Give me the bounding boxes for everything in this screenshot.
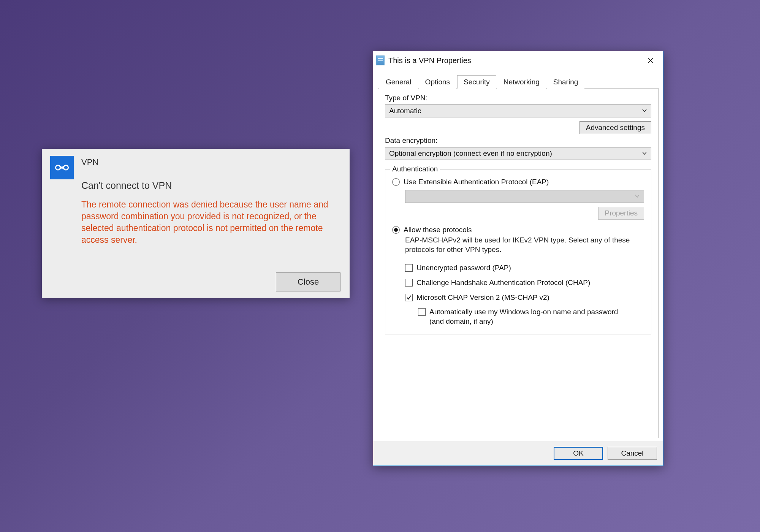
radio-icon [392, 226, 400, 234]
cancel-button[interactable]: Cancel [608, 447, 657, 460]
eap-properties-button: Properties [598, 207, 644, 220]
allow-protocols-hint: EAP-MSCHAPv2 will be used for IKEv2 VPN … [405, 236, 644, 254]
dialog-title-icon [376, 55, 385, 65]
radio-use-eap[interactable]: Use Extensible Authentication Protocol (… [392, 178, 644, 186]
checkbox-chap[interactable]: Challenge Handshake Authentication Proto… [405, 278, 644, 288]
security-tab-panel: Type of VPN: Automatic Advanced settings… [378, 89, 659, 438]
data-encryption-label: Data encryption: [385, 136, 651, 145]
radio-allow-protocols-label: Allow these protocols [404, 226, 472, 234]
checkbox-autologon-label: Automatically use my Windows log-on name… [429, 307, 627, 326]
checkbox-mschap[interactable]: Microsoft CHAP Version 2 (MS-CHAP v2) [405, 293, 644, 302]
checkbox-pap[interactable]: Unencrypted password (PAP) [405, 263, 644, 273]
dialog-footer: OK Cancel [373, 441, 663, 466]
close-button[interactable]: Close [276, 272, 340, 291]
type-of-vpn-value: Automatic [389, 107, 421, 115]
checkbox-icon [405, 279, 413, 287]
ok-button[interactable]: OK [554, 447, 603, 460]
chevron-down-icon [635, 192, 640, 201]
radio-use-eap-label: Use Extensible Authentication Protocol (… [404, 178, 549, 186]
checkbox-autologon[interactable]: Automatically use my Windows log-on name… [418, 307, 644, 326]
tab-options[interactable]: Options [419, 75, 456, 89]
checkbox-icon [405, 264, 413, 272]
vpn-error-toast: VPN Can't connect to VPN The remote conn… [42, 149, 350, 298]
dialog-titlebar[interactable]: This is a VPN Properties [373, 51, 663, 70]
toast-error-text: The remote connection was denied because… [81, 199, 341, 246]
tab-general[interactable]: General [379, 75, 418, 89]
tab-sharing[interactable]: Sharing [547, 75, 585, 89]
type-of-vpn-select[interactable]: Automatic [385, 104, 651, 117]
close-icon [647, 57, 654, 64]
eap-method-select [405, 190, 644, 203]
chevron-down-icon [642, 107, 647, 115]
tab-networking[interactable]: Networking [497, 75, 546, 89]
toast-heading: Can't connect to VPN [81, 180, 341, 191]
authentication-legend: Authentication [390, 165, 440, 173]
authentication-group: Authentication Use Extensible Authentica… [385, 169, 651, 334]
tab-security[interactable]: Security [457, 75, 496, 89]
data-encryption-value: Optional encryption (connect even if no … [389, 149, 552, 158]
checkbox-icon [405, 294, 413, 301]
type-of-vpn-label: Type of VPN: [385, 94, 651, 102]
tabstrip: General Options Security Networking Shar… [378, 73, 659, 89]
radio-icon [392, 178, 400, 186]
dialog-title: This is a VPN Properties [388, 56, 641, 65]
chevron-down-icon [642, 149, 647, 158]
advanced-settings-button[interactable]: Advanced settings [580, 121, 651, 134]
radio-allow-protocols[interactable]: Allow these protocols [392, 226, 644, 234]
vpn-icon [50, 156, 74, 179]
checkbox-mschap-label: Microsoft CHAP Version 2 (MS-CHAP v2) [416, 293, 549, 302]
checkbox-pap-label: Unencrypted password (PAP) [416, 263, 511, 273]
vpn-properties-dialog: This is a VPN Properties General Options… [373, 51, 663, 466]
checkbox-icon [418, 308, 426, 316]
dialog-close-button[interactable] [641, 53, 660, 68]
toast-app-name: VPN [81, 157, 341, 167]
data-encryption-select[interactable]: Optional encryption (connect even if no … [385, 147, 651, 160]
checkbox-chap-label: Challenge Handshake Authentication Proto… [416, 278, 590, 288]
